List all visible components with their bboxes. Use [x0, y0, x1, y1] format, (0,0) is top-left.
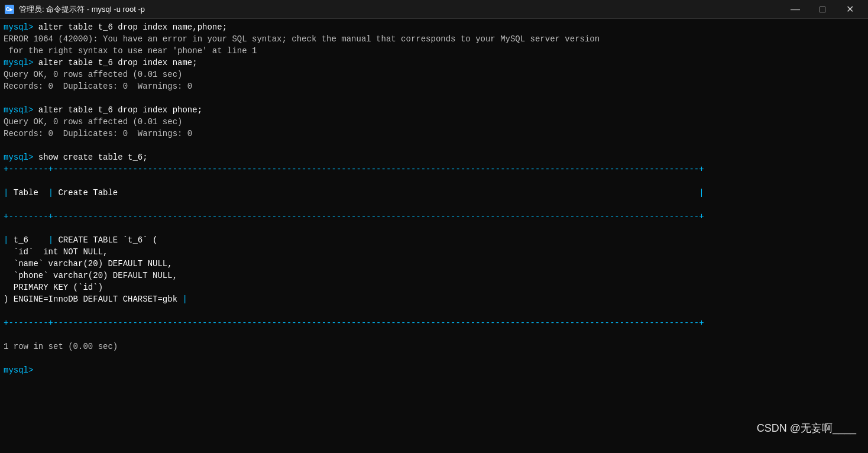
terminal-line: mysql> show create table t_6;: [4, 151, 864, 163]
terminal-line: +--------+------------------------------…: [4, 211, 864, 222]
terminal-line: [4, 92, 864, 104]
terminal-icon: C▶: [5, 5, 14, 14]
terminal-line: [4, 352, 864, 364]
terminal-line: PRIMARY KEY (`id`): [4, 281, 864, 293]
terminal-line: [4, 329, 864, 341]
terminal-line: | Table | Create Table |: [4, 187, 864, 199]
title-bar-controls: — □ ✕: [782, 0, 863, 19]
terminal-line: mysql> alter table t_6 drop index name,p…: [4, 21, 864, 33]
terminal-line: Query OK, 0 rows affected (0.01 sec): [4, 116, 864, 128]
terminal-line: `name` varchar(20) DEFAULT NULL,: [4, 258, 864, 270]
terminal-line: [4, 199, 864, 211]
terminal-line: ERROR 1064 (42000): You have an error in…: [4, 33, 864, 45]
terminal-line: 1 row in set (0.00 sec): [4, 341, 864, 352]
terminal-line: +--------+------------------------------…: [4, 317, 864, 329]
terminal-line: mysql> alter table t_6 drop index name;: [4, 57, 864, 69]
title-bar-title: 管理员: 命令提示符 - mysql -u root -p: [19, 4, 145, 15]
title-bar: C▶ 管理员: 命令提示符 - mysql -u root -p — □ ✕: [0, 0, 868, 19]
maximize-button[interactable]: □: [809, 0, 836, 19]
terminal-line: [4, 222, 864, 234]
terminal-line: [4, 305, 864, 317]
minimize-button[interactable]: —: [782, 0, 809, 19]
terminal-line: `phone` varchar(20) DEFAULT NULL,: [4, 270, 864, 281]
terminal-line: +--------+------------------------------…: [4, 163, 864, 175]
terminal-line: `id` int NOT NULL,: [4, 246, 864, 258]
terminal-body: mysql> alter table t_6 drop index name,p…: [0, 19, 868, 453]
terminal-line: Records: 0 Duplicates: 0 Warnings: 0: [4, 128, 864, 140]
terminal-line: [4, 175, 864, 187]
terminal-line: Query OK, 0 rows affected (0.01 sec): [4, 69, 864, 80]
title-bar-left: C▶ 管理员: 命令提示符 - mysql -u root -p: [5, 4, 145, 15]
terminal-line: for the right syntax to use near 'phone'…: [4, 45, 864, 57]
terminal-lines: mysql> alter table t_6 drop index name,p…: [4, 21, 864, 376]
terminal-line: | t_6 | CREATE TABLE `t_6` (: [4, 234, 864, 246]
terminal-line: ) ENGINE=InnoDB DEFAULT CHARSET=gbk |: [4, 293, 864, 305]
terminal-line: [4, 140, 864, 151]
terminal-line: mysql> alter table t_6 drop index phone;: [4, 104, 864, 116]
terminal-line: Records: 0 Duplicates: 0 Warnings: 0: [4, 80, 864, 92]
watermark: CSDN @无妄啊____: [757, 420, 856, 436]
close-button[interactable]: ✕: [836, 0, 863, 19]
terminal-line: mysql>: [4, 364, 864, 376]
